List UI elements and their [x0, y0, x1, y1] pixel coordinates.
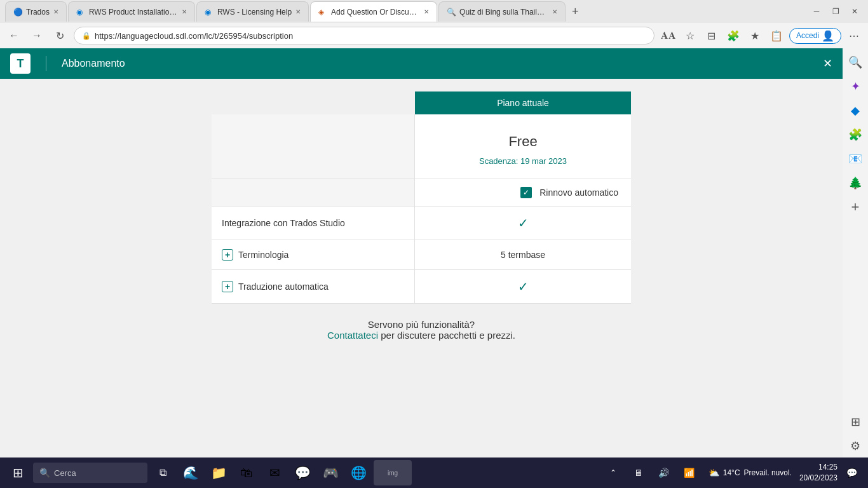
auto-renew-spacer	[212, 179, 415, 206]
taskbar-app-feedback[interactable]: 🎮	[318, 460, 343, 485]
favorites-icon[interactable]: ☆	[681, 27, 699, 44]
address-text: https://languagecloud.sdl.com/lc/t/26595…	[95, 31, 646, 41]
system-tray-area: ⌃ 🖥 🔊 📶 ⛅ 14°C Prevail. nuvol. 14:25 20/…	[602, 461, 863, 484]
main-content: Piano attuale Free Scadenza: 19 mar 2023…	[0, 79, 843, 458]
accedi-button[interactable]: Accedi 👤	[789, 28, 841, 44]
browser-sidebar-right: 🔍 ✦ ◆ 🧩 📧 🌲 + ⊞ ⚙	[843, 48, 868, 458]
upsell-line1: Servono più funzionalità?	[212, 319, 631, 330]
upsell-line2: Contattateci per discutere pacchetti e p…	[212, 330, 631, 341]
app-container: T Abbonamento ✕ Piano attuale Free Scade…	[0, 48, 843, 458]
read-aloud-icon[interactable]: 𝐀𝐀	[660, 27, 677, 44]
sidebar-search-icon[interactable]: 🔍	[844, 51, 867, 74]
close-window-button[interactable]: ✕	[846, 3, 863, 20]
feature-value-integration: ✓	[415, 207, 631, 240]
system-clock[interactable]: 14:25 20/02/2023	[799, 462, 837, 484]
feature-name-spacer	[212, 114, 415, 179]
forward-button[interactable]: →	[28, 27, 46, 44]
tab-close-add-question[interactable]: ✕	[424, 8, 429, 15]
taskbar-app-task-view[interactable]: ⧉	[150, 460, 175, 485]
tab-bar: 🔵 Trados ✕ ◉ RWS Product Installation an…	[0, 0, 868, 23]
feature-label-integration: Integrazione con Trados Studio	[212, 207, 415, 240]
split-screen-icon[interactable]: ⊟	[703, 27, 721, 44]
minimize-button[interactable]: ─	[808, 3, 825, 20]
clock-date: 20/02/2023	[799, 473, 837, 484]
collections-icon[interactable]: 📋	[768, 27, 785, 44]
address-bar-row: ← → ↻ 🔒 https://languagecloud.sdl.com/lc…	[0, 23, 868, 48]
system-tray: ⛅ 14°C Prevail. nuvol.	[703, 468, 797, 478]
feature-label-terminology: + Terminologia	[212, 240, 415, 269]
feature-column-header	[212, 92, 415, 114]
tray-speakers-icon[interactable]: 🔊	[653, 461, 675, 484]
taskbar-search-bar[interactable]: 🔍 Cerca	[33, 463, 147, 483]
tab-close-rws-license[interactable]: ✕	[295, 8, 301, 15]
tray-network-icon[interactable]: 🖥	[627, 461, 650, 484]
new-tab-button[interactable]: +	[567, 5, 584, 18]
taskbar-app-chrome[interactable]: 🌐	[346, 460, 371, 485]
refresh-button[interactable]: ↻	[51, 27, 69, 44]
plan-name: Free	[428, 133, 618, 150]
logo-separator	[46, 56, 46, 71]
feature-row-terminology: + Terminologia 5 termbase	[212, 240, 631, 270]
taskbar-app-store[interactable]: 🛍	[234, 460, 259, 485]
tab-add-question[interactable]: ◈ Add Question Or Discussion ✕	[310, 1, 437, 22]
weather-icon: ⛅	[709, 468, 719, 478]
header-close-button[interactable]: ✕	[823, 57, 832, 71]
sidebar-collections-icon[interactable]: ◆	[844, 99, 867, 122]
app-logo: T Abbonamento	[10, 53, 125, 74]
tab-favicon-add-question: ◈	[318, 8, 327, 17]
taskbar-app-teams[interactable]: 💬	[290, 460, 315, 485]
auto-renew-row: ✓ Rinnovo automatico	[212, 179, 631, 207]
start-button[interactable]: ⊞	[5, 460, 31, 485]
tab-rws-install[interactable]: ◉ RWS Product Installation and ✕	[68, 1, 195, 22]
feature-name-translation: Traduzione automatica	[238, 281, 329, 292]
tab-trados[interactable]: 🔵 Trados ✕	[5, 1, 67, 22]
tab-close-trados[interactable]: ✕	[53, 8, 58, 15]
back-button[interactable]: ←	[5, 27, 23, 44]
check-icon-translation: ✓	[518, 279, 529, 294]
address-bar[interactable]: 🔒 https://languagecloud.sdl.com/lc/t/265…	[74, 27, 654, 44]
more-options-icon[interactable]: ⋯	[845, 27, 863, 44]
auto-renew-label: Rinnovo automatico	[539, 187, 618, 198]
tab-favicon-quiz-bing: 🔍	[447, 8, 456, 17]
sidebar-layout-icon[interactable]: ⊞	[844, 410, 867, 433]
taskbar: ⊞ 🔍 Cerca ⧉ 🌊 📁 🛍 ✉ 💬 🎮 🌐 img ⌃ 🖥 🔊 📶 ⛅ …	[0, 458, 868, 488]
tab-close-quiz-bing[interactable]: ✕	[552, 8, 557, 15]
sidebar-tree-icon[interactable]: 🌲	[844, 172, 867, 194]
tab-favicon-trados: 🔵	[13, 8, 22, 17]
taskbar-app-mail[interactable]: ✉	[262, 460, 287, 485]
taskbar-thumbnail-area: img	[374, 460, 412, 485]
lock-icon: 🔒	[82, 32, 91, 40]
weather-desc: Prevail. nuvol.	[744, 468, 792, 477]
logo-icon: T	[10, 53, 31, 74]
weather-temp: 14°C	[723, 468, 740, 477]
browser-chrome: 🔵 Trados ✕ ◉ RWS Product Installation an…	[0, 0, 868, 48]
feature-value-terminology: 5 termbase	[415, 240, 631, 269]
taskbar-app-explorer[interactable]: 📁	[206, 460, 231, 485]
check-icon-integration: ✓	[518, 215, 529, 231]
expand-translation-icon[interactable]: +	[222, 281, 233, 292]
tray-chevron-icon[interactable]: ⌃	[602, 461, 625, 484]
tab-favicon-rws-install: ◉	[76, 8, 85, 17]
sidebar-favorites-icon[interactable]: ✦	[844, 75, 867, 98]
sidebar-settings-icon[interactable]: ⚙	[844, 435, 867, 458]
tab-rws-license[interactable]: ◉ RWS - Licensing Help ✕	[196, 1, 309, 22]
avatar-icon: 👤	[822, 30, 834, 42]
tab-label-rws-install: RWS Product Installation and	[89, 8, 178, 17]
terminology-value: 5 termbase	[501, 250, 545, 260]
sidebar-outlook-icon[interactable]: 📧	[844, 147, 867, 170]
sidebar-extensions-icon[interactable]: 🧩	[844, 123, 867, 146]
auto-renew-checkbox[interactable]: ✓	[520, 187, 532, 198]
taskbar-app-edge[interactable]: 🌊	[178, 460, 203, 485]
taskbar-search-placeholder: Cerca	[54, 468, 76, 478]
restore-button[interactable]: ❐	[827, 3, 844, 20]
contact-us-link[interactable]: Contattateci	[327, 330, 378, 341]
browser-favorites-icon[interactable]: ★	[746, 27, 764, 44]
tab-quiz-bing[interactable]: 🔍 Quiz di Bing sulla Thailandia ✕	[438, 1, 566, 22]
tray-wifi-icon[interactable]: 📶	[678, 461, 701, 484]
extensions-icon[interactable]: 🧩	[724, 27, 742, 44]
feature-row-translation: + Traduzione automatica ✓	[212, 270, 631, 304]
tab-close-rws-install[interactable]: ✕	[182, 8, 187, 15]
sidebar-add-icon[interactable]: +	[844, 196, 867, 219]
expand-terminology-icon[interactable]: +	[222, 249, 233, 261]
notification-icon[interactable]: 💬	[840, 461, 863, 484]
